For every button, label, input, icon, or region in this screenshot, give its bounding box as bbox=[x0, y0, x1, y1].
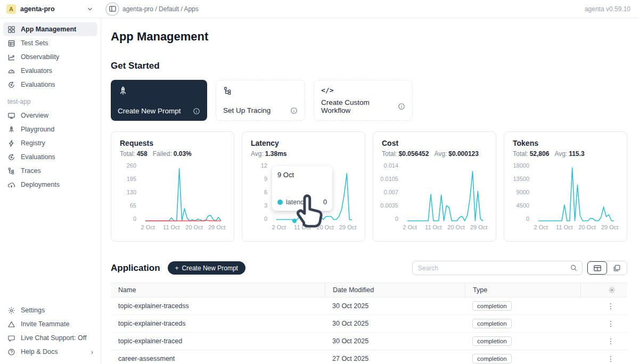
chart-stat: Avg:1.38ms bbox=[251, 150, 287, 158]
sidebar-item-live-chat[interactable]: Live Chat Support: Off bbox=[3, 331, 97, 345]
table-row[interactable]: topic-explainer-traceds 30 Oct 2025 comp… bbox=[111, 315, 627, 333]
chart-tooltip: 9 Octlatency0 bbox=[272, 166, 332, 211]
sidebar-item-settings[interactable]: Settings bbox=[3, 303, 97, 317]
table-icon bbox=[7, 39, 16, 47]
search-input[interactable] bbox=[418, 264, 570, 272]
chart-card: Requests Total:458Failed:0.03% 260195130… bbox=[111, 131, 234, 242]
info-icon[interactable] bbox=[290, 107, 298, 114]
sidebar-item-help-docs[interactable]: Help & Docs › bbox=[3, 345, 97, 359]
sidebar-item-overview[interactable]: Overview bbox=[3, 109, 97, 122]
chart-stat: Total:458 bbox=[120, 150, 148, 158]
chart-line-svg bbox=[141, 165, 225, 222]
sidebar-item-registry[interactable]: Registry bbox=[3, 136, 97, 150]
chart-x-axis: 2 Oct11 Oct20 Oct29 Oct bbox=[141, 222, 225, 231]
row-menu-icon[interactable]: ⋮ bbox=[607, 337, 615, 345]
type-badge: completion bbox=[472, 354, 512, 363]
app-name-cell[interactable]: topic-explainer-traceds bbox=[111, 320, 325, 327]
table-view-button[interactable] bbox=[587, 261, 607, 275]
chart-card: Latency Avg:1.38ms 129630 2 Oct11 Oct20 … bbox=[242, 131, 365, 242]
monitor-icon bbox=[7, 111, 16, 120]
chart-plot[interactable]: 2 Oct11 Oct20 Oct29 Oct bbox=[141, 165, 225, 231]
refresh-circle-icon bbox=[7, 153, 16, 161]
chart-x-axis: 2 Oct11 Oct20 Oct29 Oct bbox=[534, 222, 618, 231]
sidebar-item-label: App Management bbox=[21, 26, 76, 33]
chart-stat: Avg:115.3 bbox=[554, 150, 584, 158]
set-up-tracing-card[interactable]: Set Up Tracing bbox=[216, 80, 305, 121]
column-header-type[interactable]: Type bbox=[465, 283, 580, 297]
chart-line-svg bbox=[403, 165, 487, 222]
column-header-date-modified[interactable]: Date Modified bbox=[325, 283, 465, 297]
chart-stat: Total:52,806 bbox=[513, 150, 549, 158]
sidebar-item-app-management[interactable]: App Management bbox=[3, 22, 97, 36]
sidebar-item-evaluations-project[interactable]: Evaluations bbox=[3, 150, 97, 164]
table-row[interactable]: topic-explainer-tracedss 30 Oct 2025 com… bbox=[111, 297, 627, 315]
info-icon[interactable] bbox=[193, 107, 200, 115]
type-badge: completion bbox=[472, 319, 512, 328]
sidebar-item-label: Traces bbox=[21, 167, 41, 175]
create-new-prompt-card[interactable]: Create New Prompt bbox=[111, 80, 207, 121]
sidebar-item-label: Test Sets bbox=[21, 39, 48, 47]
card-view-button[interactable] bbox=[607, 261, 627, 275]
sidebar-item-playground[interactable]: Playground bbox=[3, 122, 97, 136]
table-row[interactable]: topic-explainer-traced 30 Oct 2025 compl… bbox=[111, 333, 627, 350]
workspace-name: agenta-pro bbox=[20, 5, 82, 13]
sidebar-item-label: Overview bbox=[21, 112, 48, 119]
chevron-down-icon bbox=[86, 5, 95, 13]
table-header: Name Date Modified Type bbox=[111, 283, 627, 297]
workspace-selector[interactable]: A agenta-pro bbox=[0, 4, 101, 14]
row-menu-icon[interactable]: ⋮ bbox=[607, 302, 615, 310]
chart-stats: Avg:1.38ms bbox=[251, 150, 356, 158]
chart-line-icon bbox=[7, 53, 16, 61]
date-modified-cell: 30 Oct 2025 bbox=[325, 320, 465, 327]
rocket-icon bbox=[118, 86, 200, 96]
sidebar-item-label: Settings bbox=[21, 307, 45, 314]
chart-y-axis: 260195130650 bbox=[120, 162, 141, 222]
gauge-icon bbox=[7, 67, 16, 75]
sidebar-item-label: Live Chat Support: Off bbox=[21, 334, 86, 342]
chart-plot[interactable]: 2 Oct11 Oct20 Oct29 Oct bbox=[534, 165, 618, 231]
create-new-prompt-button[interactable]: + Create New Prompt bbox=[168, 261, 245, 275]
app-name-cell[interactable]: career-assessment bbox=[111, 355, 325, 362]
sidebar-item-deployments[interactable]: Deployments bbox=[3, 178, 97, 192]
tooltip-date: 9 Oct bbox=[277, 171, 327, 179]
sidebar-item-evaluations[interactable]: Evaluations bbox=[3, 78, 97, 92]
code-icon: </> bbox=[321, 86, 405, 94]
applications-table: Name Date Modified Type topic-explainer-… bbox=[111, 283, 627, 364]
row-menu-icon[interactable]: ⋮ bbox=[607, 319, 615, 328]
date-modified-cell: 27 Oct 2025 bbox=[325, 355, 465, 362]
project-label: test-app bbox=[7, 98, 97, 105]
sidebar-footer: Settings Invite Teammate Live Chat Suppo… bbox=[3, 303, 97, 359]
table-row[interactable]: career-assessment 27 Oct 2025 completion… bbox=[111, 350, 627, 364]
row-menu-icon[interactable]: ⋮ bbox=[607, 354, 615, 363]
tree-icon bbox=[7, 167, 16, 175]
column-settings-gear-icon[interactable] bbox=[580, 283, 627, 297]
app-name-cell[interactable]: topic-explainer-tracedss bbox=[111, 302, 325, 310]
chart-title: Tokens bbox=[513, 139, 618, 147]
column-header-name[interactable]: Name bbox=[111, 283, 325, 297]
chart-plot[interactable]: 2 Oct11 Oct20 Oct29 Oct 9 Octlatency0 bbox=[272, 165, 356, 231]
sidebar-item-traces[interactable]: Traces bbox=[3, 164, 97, 178]
sidebar-item-evaluators[interactable]: Evaluators bbox=[3, 64, 97, 78]
sidebar-item-test-sets[interactable]: Test Sets bbox=[3, 36, 97, 50]
get-started-heading: Get Started bbox=[111, 61, 627, 71]
chart-stat: Failed:0.03% bbox=[153, 150, 192, 158]
create-custom-workflow-card[interactable]: </> Create Custom Workflow bbox=[314, 80, 413, 121]
chart-plot[interactable]: 2 Oct11 Oct20 Oct29 Oct bbox=[403, 165, 487, 231]
sidebar-item-label: Playground bbox=[21, 126, 54, 133]
chart-x-axis: 2 Oct11 Oct20 Oct29 Oct bbox=[403, 222, 487, 231]
search-icon[interactable] bbox=[570, 264, 578, 272]
sidebar-item-observability[interactable]: Observability bbox=[3, 50, 97, 64]
card-view-icon bbox=[613, 264, 621, 272]
panel-left-icon bbox=[109, 5, 117, 13]
chart-stats: Total:$0.056452Avg:$0.000123 bbox=[382, 150, 487, 158]
info-icon[interactable] bbox=[398, 103, 405, 110]
card-label: Set Up Tracing bbox=[223, 106, 271, 114]
table-view-icon bbox=[593, 264, 602, 272]
application-heading: Application bbox=[111, 263, 160, 274]
sidebar: App Management Test Sets Observability E… bbox=[0, 18, 101, 364]
rocket-icon bbox=[7, 125, 16, 134]
type-badge: completion bbox=[472, 301, 512, 311]
sidebar-item-invite-teammate[interactable]: Invite Teammate bbox=[3, 317, 97, 331]
sidebar-collapse-button[interactable] bbox=[105, 2, 119, 16]
app-name-cell[interactable]: topic-explainer-traced bbox=[111, 337, 325, 345]
